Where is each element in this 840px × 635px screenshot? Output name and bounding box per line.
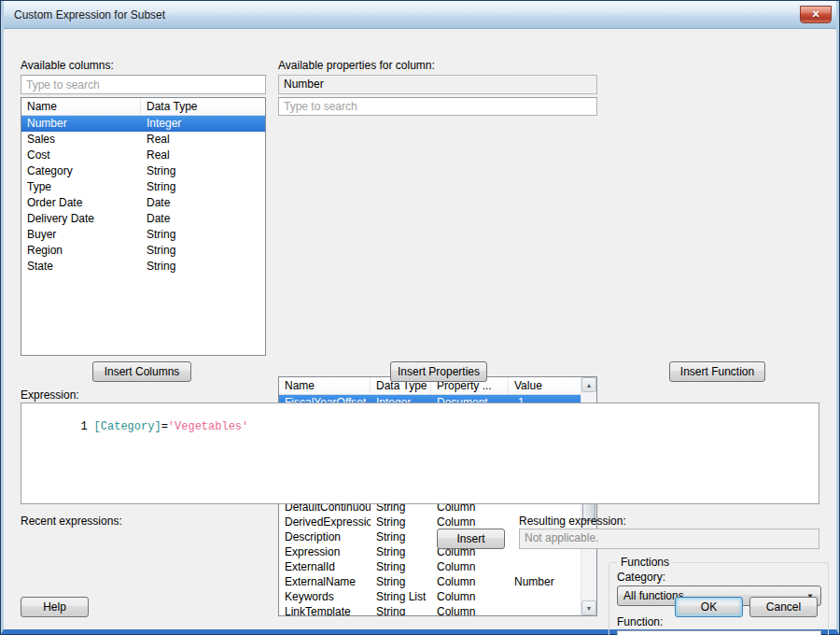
line-number: 1 — [81, 420, 94, 433]
properties-header-value[interactable]: Value — [509, 377, 581, 394]
table-row[interactable]: SalesReal — [21, 132, 265, 148]
title-bar[interactable]: Custom Expression for Subset ✕ — [4, 1, 836, 29]
ok-button[interactable]: OK — [675, 597, 743, 617]
insert-function-button[interactable]: Insert Function — [669, 361, 765, 382]
selected-column-box: Number — [278, 75, 597, 94]
expression-token: 'Vegetables' — [168, 420, 248, 433]
columns-header-name[interactable]: Name — [21, 98, 141, 115]
table-row[interactable]: ExternalIdStringColumn — [279, 559, 581, 574]
scroll-up-icon[interactable]: ▲ — [581, 377, 596, 392]
function-search-input[interactable] — [617, 630, 821, 635]
table-row[interactable]: ExternalNameStringColumnNumber — [279, 574, 581, 589]
columns-table-header: Name Data Type — [21, 98, 265, 116]
function-label: Function: — [617, 615, 663, 628]
resulting-expression-box: Not applicable. — [519, 529, 819, 549]
table-row[interactable]: Order DateDate — [21, 195, 265, 211]
recent-insert-button[interactable]: Insert — [437, 529, 505, 549]
table-row[interactable]: LinkTemplateStringColumn — [279, 604, 581, 616]
dialog-body: Available columns: Name Data Type Number… — [4, 30, 836, 629]
insert-columns-button[interactable]: Insert Columns — [92, 361, 191, 382]
close-icon: ✕ — [811, 8, 819, 21]
category-label: Category: — [617, 571, 665, 584]
table-row[interactable]: CostReal — [21, 148, 265, 163]
cancel-button[interactable]: Cancel — [749, 597, 818, 617]
scroll-down-icon[interactable]: ▼ — [581, 600, 596, 615]
columns-search-input[interactable] — [21, 75, 266, 94]
columns-header-datatype[interactable]: Data Type — [141, 98, 265, 115]
functions-group-label: Functions — [617, 556, 673, 569]
window-title: Custom Expression for Subset — [14, 8, 165, 21]
help-button[interactable]: Help — [21, 597, 89, 617]
table-row[interactable]: RegionString — [21, 243, 265, 259]
table-row[interactable]: NumberInteger — [21, 116, 265, 132]
properties-header-name[interactable]: Name — [279, 377, 371, 394]
window-frame: Custom Expression for Subset ✕ Available… — [1, 1, 839, 634]
selected-column-value: Number — [278, 75, 597, 94]
dialog-window: Custom Expression for Subset ✕ Available… — [0, 0, 840, 635]
table-row[interactable]: StateString — [21, 259, 265, 275]
resulting-expression-label: Resulting expression: — [519, 515, 626, 528]
recent-expressions-label: Recent expressions: — [21, 515, 122, 528]
expression-label: Expression: — [21, 388, 79, 402]
columns-table: Name Data Type NumberIntegerSalesRealCos… — [21, 97, 266, 356]
properties-search-input[interactable] — [278, 97, 597, 116]
table-row[interactable]: TypeString — [21, 179, 265, 195]
expression-token: = — [161, 420, 168, 433]
table-row[interactable]: Delivery DateDate — [21, 211, 265, 227]
columns-table-rows: NumberIntegerSalesRealCostRealCategorySt… — [21, 116, 265, 275]
available-properties-label: Available properties for column: — [278, 59, 435, 72]
close-button[interactable]: ✕ — [800, 6, 832, 23]
table-row[interactable]: KeywordsString ListColumn — [279, 589, 581, 604]
expression-editor[interactable]: 1[Category]='Vegetables' — [21, 402, 819, 504]
expression-token: [Category] — [94, 420, 161, 433]
insert-properties-button[interactable]: Insert Properties — [390, 361, 487, 382]
expression-code: [Category]='Vegetables' — [94, 420, 249, 433]
table-row[interactable]: BuyerString — [21, 227, 265, 243]
available-columns-label: Available columns: — [21, 59, 114, 72]
table-row[interactable]: CategoryString — [21, 163, 265, 179]
